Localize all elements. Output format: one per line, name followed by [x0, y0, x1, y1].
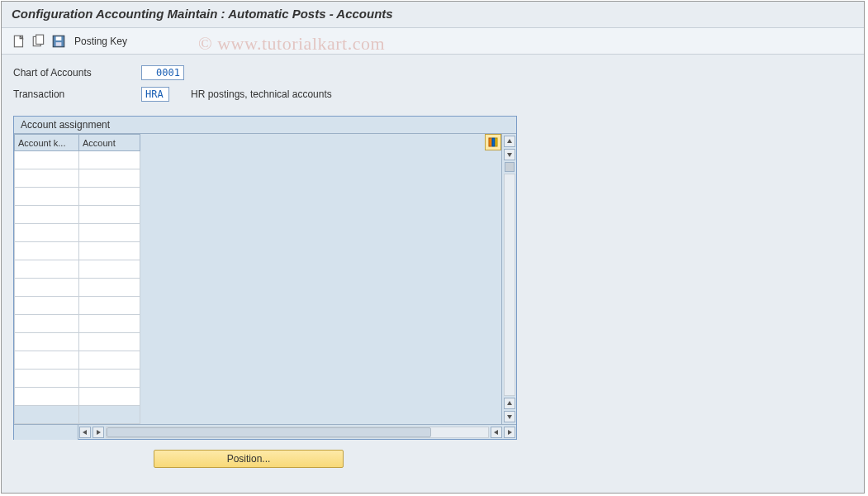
scroll-right2-icon[interactable] — [504, 427, 515, 438]
scroll-down2-icon[interactable] — [504, 411, 515, 422]
content-area: Chart of Accounts Transaction HR posting… — [2, 55, 864, 476]
transaction-desc: HR postings, technical accounts — [191, 88, 332, 100]
toolbar: Posting Key — [2, 28, 864, 55]
account-table[interactable]: Account k... Account — [14, 134, 140, 424]
table-settings-icon[interactable] — [485, 134, 501, 150]
table-row[interactable] — [15, 188, 140, 206]
table-row[interactable] — [15, 224, 140, 242]
cell-account[interactable] — [79, 297, 140, 315]
cell-key[interactable] — [15, 151, 79, 169]
save-icon[interactable] — [51, 34, 66, 49]
scroll-track[interactable] — [504, 174, 515, 396]
coa-label: Chart of Accounts — [13, 67, 141, 79]
scroll-down-icon[interactable] — [504, 149, 515, 160]
cell-account[interactable] — [79, 279, 140, 297]
table-row[interactable] — [15, 260, 140, 279]
svg-marker-13 — [83, 430, 87, 435]
cell-account[interactable] — [79, 242, 140, 260]
col-header-account[interactable]: Account — [79, 135, 140, 151]
table-row[interactable] — [15, 315, 140, 333]
svg-marker-12 — [507, 415, 512, 419]
cell-account[interactable] — [79, 151, 140, 169]
svg-marker-10 — [507, 153, 512, 157]
table-row[interactable] — [15, 370, 140, 388]
cell-key[interactable] — [15, 169, 79, 188]
cell-account[interactable] — [79, 260, 140, 279]
cell-key[interactable] — [15, 388, 79, 406]
table-row[interactable] — [15, 242, 140, 260]
horizontal-scrollbar[interactable] — [14, 424, 516, 439]
coa-input[interactable] — [141, 65, 184, 80]
scroll-left2-icon[interactable] — [491, 427, 502, 438]
svg-rect-7 — [492, 138, 495, 146]
posting-key-button[interactable]: Posting Key — [74, 36, 127, 47]
svg-rect-2 — [36, 35, 44, 44]
cell-key[interactable] — [15, 260, 79, 279]
cell-account[interactable] — [79, 315, 140, 333]
cell-account[interactable] — [79, 169, 140, 188]
new-page-icon[interactable] — [12, 34, 26, 49]
scroll-right-icon[interactable] — [92, 427, 104, 438]
svg-marker-15 — [494, 430, 498, 435]
cell-key[interactable] — [15, 351, 79, 370]
table-row[interactable] — [15, 169, 140, 188]
cell-account[interactable] — [79, 351, 140, 370]
svg-rect-5 — [56, 42, 62, 46]
svg-marker-9 — [507, 139, 512, 143]
window-title: Configuration Accounting Maintain : Auto… — [2, 2, 864, 28]
scroll-thumb[interactable] — [505, 162, 515, 172]
cell-key[interactable] — [15, 297, 79, 315]
cell-key[interactable] — [15, 370, 79, 388]
table-row[interactable] — [15, 279, 140, 297]
panel-title: Account assignment — [14, 117, 516, 134]
cell-key[interactable] — [15, 333, 79, 351]
svg-rect-4 — [56, 36, 62, 41]
scroll-left-icon[interactable] — [79, 427, 91, 438]
vertical-scrollbar[interactable] — [501, 134, 516, 424]
cell-key[interactable] — [15, 224, 79, 242]
scroll-up-icon[interactable] — [504, 136, 515, 147]
table-fill — [140, 134, 501, 424]
cell-account[interactable] — [79, 206, 140, 224]
cell-account[interactable] — [79, 370, 140, 388]
svg-rect-8 — [496, 138, 497, 146]
coa-row: Chart of Accounts — [13, 63, 852, 83]
cell-account[interactable] — [79, 224, 140, 242]
cell-key[interactable] — [15, 188, 79, 206]
transaction-input[interactable] — [141, 87, 169, 102]
cell-account[interactable] — [79, 388, 140, 406]
svg-rect-6 — [489, 138, 491, 146]
svg-marker-11 — [507, 401, 512, 405]
app-window: Configuration Accounting Maintain : Auto… — [1, 1, 865, 494]
copy-icon[interactable] — [31, 34, 46, 49]
cell-key[interactable] — [15, 206, 79, 224]
table-row[interactable] — [15, 388, 140, 406]
cell-key[interactable] — [15, 279, 79, 297]
transaction-row: Transaction HR postings, technical accou… — [13, 84, 852, 104]
cell-key[interactable] — [15, 315, 79, 333]
transaction-label: Transaction — [13, 88, 141, 100]
h-scroll-track[interactable] — [106, 427, 489, 438]
table-row[interactable] — [15, 151, 140, 169]
position-button[interactable]: Position... — [154, 450, 344, 468]
account-assignment-panel: Account assignment Account k... Account — [13, 116, 517, 440]
table-row[interactable] — [15, 206, 140, 224]
svg-marker-16 — [508, 430, 512, 435]
cell-key[interactable] — [15, 242, 79, 260]
table-row[interactable] — [15, 297, 140, 315]
svg-marker-14 — [97, 430, 101, 435]
table-row[interactable] — [15, 333, 140, 351]
table-row[interactable] — [15, 351, 140, 370]
cell-account[interactable] — [79, 333, 140, 351]
col-header-key[interactable]: Account k... — [15, 135, 79, 151]
h-scroll-thumb[interactable] — [107, 427, 431, 437]
cell-account[interactable] — [79, 188, 140, 206]
scroll-up2-icon[interactable] — [504, 398, 515, 409]
